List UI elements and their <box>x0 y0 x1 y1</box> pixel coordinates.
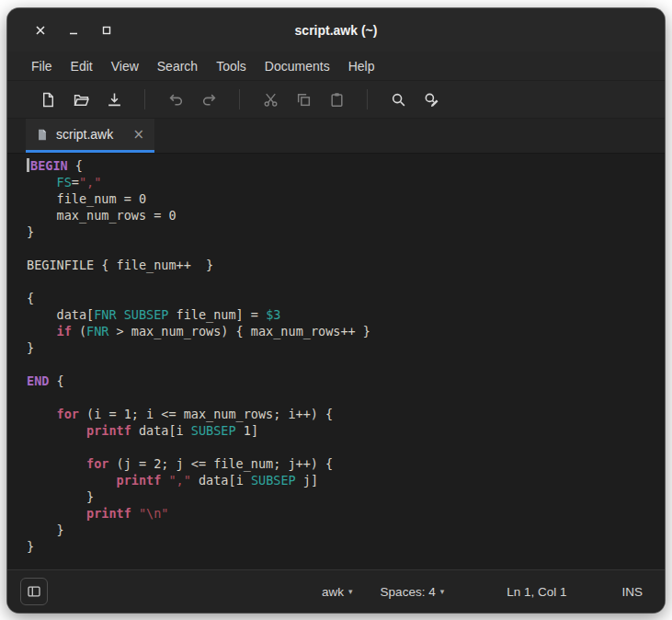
menu-documents[interactable]: Documents <box>256 52 339 80</box>
code-line: END { <box>27 373 657 389</box>
side-panel-toggle-button[interactable] <box>20 578 48 605</box>
minimize-icon <box>68 25 79 36</box>
search-button[interactable] <box>384 86 412 113</box>
code-area[interactable]: BEGIN { FS="," file_num = 0 max_num_rows… <box>7 154 665 569</box>
cursor-position[interactable]: Ln 1, Col 1 <box>507 585 566 599</box>
find-replace-icon <box>424 92 439 108</box>
code-line <box>27 273 657 290</box>
find-replace-button[interactable] <box>417 86 445 113</box>
tab-width-selector[interactable]: Spaces: 4 ▾ <box>381 585 445 599</box>
cut-icon <box>263 92 279 108</box>
open-document-icon <box>74 92 89 108</box>
side-panel-icon <box>27 584 41 599</box>
maximize-button[interactable] <box>99 23 114 38</box>
toolbar <box>7 81 665 119</box>
code-line: printf "\n" <box>27 505 657 522</box>
open-document-button[interactable] <box>67 86 95 113</box>
code-line: max_num_rows = 0 <box>27 207 657 224</box>
save-document-icon <box>107 92 122 108</box>
copy-icon <box>296 92 312 108</box>
minimize-button[interactable] <box>66 23 81 38</box>
redo-icon <box>201 92 217 108</box>
text-editor-window: script.awk (~) FileEditViewSearchToolsDo… <box>7 8 665 613</box>
code-line: BEGINFILE { file_num++ } <box>27 257 657 273</box>
chevron-down-icon: ▾ <box>348 587 353 596</box>
insert-mode-indicator: INS <box>621 585 643 599</box>
chevron-down-icon: ▾ <box>440 587 445 596</box>
tab-close-button[interactable]: × <box>132 128 144 142</box>
menu-help[interactable]: Help <box>339 52 384 80</box>
toolbar-separator <box>239 89 240 109</box>
code-line: } <box>27 522 657 538</box>
search-icon <box>391 92 406 108</box>
undo-icon <box>168 92 184 108</box>
menu-edit[interactable]: Edit <box>62 52 102 80</box>
paste-button[interactable] <box>323 86 350 113</box>
statusbar: awk ▾ Spaces: 4 ▾ Ln 1, Col 1 INS <box>7 569 665 613</box>
tab-script-awk[interactable]: script.awk × <box>26 119 154 153</box>
code-line: } <box>27 339 657 356</box>
language-selector[interactable]: awk ▾ <box>322 585 353 599</box>
menu-search[interactable]: Search <box>148 52 207 80</box>
redo-button[interactable] <box>195 86 222 113</box>
menubar: FileEditViewSearchToolsDocumentsHelp <box>7 52 665 81</box>
language-label: awk <box>322 585 344 599</box>
paste-icon <box>329 92 345 108</box>
cut-button[interactable] <box>256 86 284 113</box>
close-button[interactable] <box>33 23 48 38</box>
code-line <box>27 356 657 373</box>
document-icon <box>36 128 49 142</box>
window-controls <box>33 8 114 52</box>
window-title: script.awk (~) <box>295 23 378 38</box>
toolbar-separator <box>367 89 368 109</box>
copy-button[interactable] <box>290 86 317 113</box>
menu-view[interactable]: View <box>102 52 148 80</box>
code-line <box>27 240 657 257</box>
toolbar-separator <box>144 89 145 109</box>
code-line: file_num = 0 <box>27 190 657 207</box>
save-document-button[interactable] <box>100 86 128 113</box>
tab-width-label: Spaces: 4 <box>381 585 436 599</box>
tab-label: script.awk <box>56 127 113 142</box>
titlebar: script.awk (~) <box>7 8 665 52</box>
close-icon <box>35 25 46 36</box>
maximize-icon <box>101 25 112 36</box>
tab-bar: script.awk × <box>7 119 665 154</box>
undo-button[interactable] <box>162 86 189 113</box>
code-line: printf "," data[i SUBSEP j] <box>27 472 657 488</box>
statusbar-right: awk ▾ Spaces: 4 ▾ Ln 1, Col 1 INS <box>322 585 643 599</box>
menu-tools[interactable]: Tools <box>207 52 256 80</box>
new-document-icon <box>40 92 56 108</box>
code-line <box>27 389 657 406</box>
menu-file[interactable]: File <box>22 52 62 80</box>
code-line: if (FNR > max_num_rows) { max_num_rows++… <box>27 323 657 339</box>
code-line: printf data[i SUBSEP 1] <box>27 422 657 439</box>
code-line: BEGIN { <box>27 157 657 174</box>
code-line: FS="," <box>27 174 657 190</box>
code-line: for (j = 2; j <= file_num; j++) { <box>27 455 657 472</box>
code-line: data[FNR SUBSEP file_num] = $3 <box>27 306 657 323</box>
new-document-button[interactable] <box>34 86 62 113</box>
text-caret <box>27 158 29 172</box>
code-line: for (i = 1; i <= max_num_rows; i++) { <box>27 406 657 422</box>
code-line: } <box>27 538 657 555</box>
code-line: } <box>27 224 657 240</box>
code-line: { <box>27 290 657 306</box>
code-line <box>27 439 657 455</box>
code-line: } <box>27 488 657 505</box>
